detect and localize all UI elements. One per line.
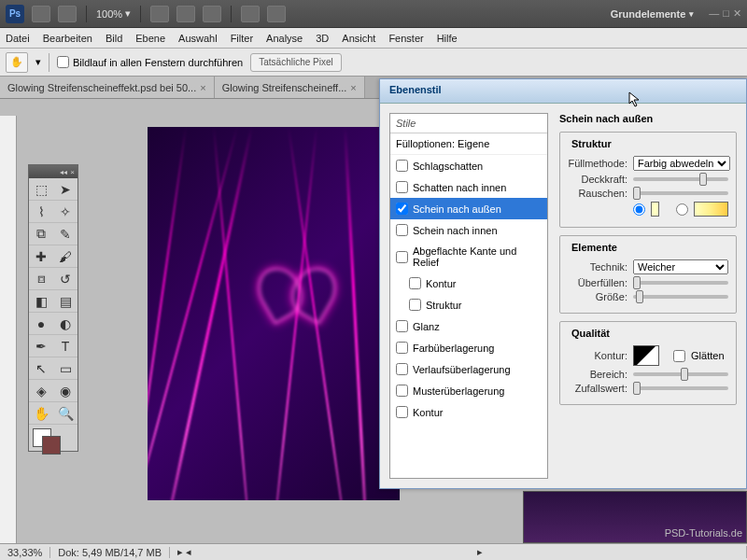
menu-datei[interactable]: Datei bbox=[6, 33, 30, 44]
menu-ebene[interactable]: Ebene bbox=[135, 33, 165, 44]
contour-picker[interactable] bbox=[633, 345, 659, 366]
style-checkbox[interactable] bbox=[396, 342, 408, 354]
style-item[interactable]: Farbüberlagerung bbox=[390, 337, 547, 358]
heal-tool-icon[interactable]: ✚ bbox=[29, 245, 53, 268]
screenmode-icon[interactable] bbox=[267, 6, 286, 22]
close-tab-icon[interactable]: × bbox=[200, 82, 205, 93]
style-checkbox[interactable] bbox=[396, 363, 408, 375]
gradient-tool-icon[interactable]: ▤ bbox=[53, 290, 78, 313]
style-checkbox[interactable] bbox=[409, 299, 421, 311]
status-doc-size[interactable]: Dok: 5,49 MB/14,7 MB bbox=[50, 547, 170, 558]
camera-tool-icon[interactable]: ◉ bbox=[53, 380, 78, 402]
close-icon[interactable]: ✕ bbox=[733, 7, 741, 20]
status-zoom[interactable]: 33,33% bbox=[0, 547, 50, 558]
workspace-switcher[interactable]: Grundelemente bbox=[611, 8, 695, 20]
style-checkbox[interactable] bbox=[396, 181, 408, 193]
style-item[interactable]: Schlagschatten bbox=[390, 155, 547, 176]
style-item[interactable]: Musterüberlagerung bbox=[390, 380, 547, 401]
menu-hilfe[interactable]: Hilfe bbox=[437, 33, 458, 44]
style-list[interactable]: Stile Fülloptionen: Eigene Schlagschatte… bbox=[389, 113, 548, 479]
close-tab-icon[interactable]: × bbox=[350, 82, 356, 93]
selection-tool-icon[interactable]: ➤ bbox=[53, 178, 78, 201]
brush-tool-icon[interactable]: 🖌 bbox=[53, 245, 78, 268]
glow-color-swatch[interactable] bbox=[651, 202, 659, 217]
style-checkbox[interactable] bbox=[396, 251, 408, 263]
minimize-icon[interactable]: — bbox=[709, 7, 719, 20]
range-slider[interactable] bbox=[633, 372, 728, 376]
style-checkbox[interactable] bbox=[396, 385, 408, 397]
anti-alias-checkbox[interactable] bbox=[673, 350, 685, 362]
eraser-tool-icon[interactable]: ◧ bbox=[29, 290, 53, 313]
blur-tool-icon[interactable]: ● bbox=[29, 313, 53, 335]
close-panel-icon[interactable]: × bbox=[70, 168, 75, 176]
style-item[interactable]: Kontur bbox=[390, 273, 547, 294]
size-slider[interactable] bbox=[633, 295, 728, 299]
layer-style-dialog[interactable]: Ebenenstil Stile Fülloptionen: Eigene Sc… bbox=[379, 78, 747, 489]
gradient-picker[interactable] bbox=[694, 202, 728, 217]
bridge-icon[interactable] bbox=[32, 6, 50, 22]
move-tool-icon[interactable]: ⬚ bbox=[29, 178, 53, 201]
style-checkbox[interactable] bbox=[396, 160, 408, 172]
jitter-slider[interactable] bbox=[633, 386, 728, 390]
menu-ansicht[interactable]: Ansicht bbox=[342, 33, 375, 44]
fill-options-item[interactable]: Fülloptionen: Eigene bbox=[390, 133, 547, 155]
stamp-tool-icon[interactable]: ⧈ bbox=[29, 268, 53, 290]
blend-mode-select[interactable]: Farbig abwedeln bbox=[633, 156, 730, 171]
opacity-slider[interactable] bbox=[633, 177, 728, 181]
history-brush-icon[interactable]: ↺ bbox=[53, 268, 78, 290]
menu-bild[interactable]: Bild bbox=[106, 33, 122, 44]
menu-filter[interactable]: Filter bbox=[231, 33, 253, 44]
document-tab[interactable]: Glowing Streifenscheineffekt.psd bei 50.… bbox=[0, 77, 215, 98]
document-tab[interactable]: Glowing Streifenscheineff...× bbox=[215, 77, 365, 98]
tools-panel[interactable]: ◂◂× ⬚ ➤ ⌇ ✧ ⧉ ✎ ✚ 🖌 ⧈ ↺ ◧ ▤ ● ◐ ✒ T ↖ ▭ … bbox=[28, 164, 78, 452]
zoom-icon[interactable] bbox=[176, 6, 195, 22]
hand-tool-icon[interactable]: ✋ bbox=[29, 402, 53, 425]
style-checkbox[interactable] bbox=[409, 277, 421, 289]
path-tool-icon[interactable]: ↖ bbox=[29, 357, 53, 380]
eyedropper-tool-icon[interactable]: ✎ bbox=[53, 223, 78, 245]
zoom-tool-icon[interactable]: 🔍 bbox=[53, 402, 78, 425]
shape-tool-icon[interactable]: ▭ bbox=[53, 357, 78, 380]
rotate-icon[interactable] bbox=[203, 6, 221, 22]
zoom-dropdown[interactable]: 100% ▾ bbox=[96, 7, 131, 20]
arrange-icon[interactable] bbox=[241, 6, 260, 22]
style-item[interactable]: Verlaufsüberlagerung bbox=[390, 358, 547, 380]
pen-tool-icon[interactable]: ✒ bbox=[29, 335, 53, 357]
technique-select[interactable]: Weicher bbox=[633, 259, 728, 274]
dialog-title[interactable]: Ebenenstil bbox=[380, 79, 746, 104]
menu-analyse[interactable]: Analyse bbox=[266, 33, 303, 44]
status-scroll[interactable]: ▸ ◂ ▸ bbox=[170, 546, 747, 558]
wand-tool-icon[interactable]: ✧ bbox=[53, 201, 78, 223]
actual-pixels-button[interactable]: Tatsächliche Pixel bbox=[250, 53, 341, 72]
style-item[interactable]: Glanz bbox=[390, 315, 547, 337]
style-checkbox[interactable] bbox=[396, 406, 408, 418]
hand-tool-icon[interactable]: ✋ bbox=[6, 52, 28, 73]
3d-tool-icon[interactable]: ◈ bbox=[29, 380, 53, 402]
background-swatch[interactable] bbox=[42, 436, 61, 455]
color-swatches[interactable] bbox=[29, 425, 78, 451]
dodge-tool-icon[interactable]: ◐ bbox=[53, 313, 78, 335]
hand-icon[interactable] bbox=[150, 6, 169, 22]
view-extras-icon[interactable] bbox=[58, 6, 77, 22]
scroll-all-checkbox[interactable]: Bildlauf in allen Fenstern durchführen bbox=[57, 56, 243, 68]
type-tool-icon[interactable]: T bbox=[53, 335, 78, 357]
canvas[interactable] bbox=[148, 127, 400, 500]
noise-slider[interactable] bbox=[633, 191, 728, 195]
maximize-icon[interactable]: □ bbox=[723, 7, 729, 20]
style-item[interactable]: Schein nach innen bbox=[390, 219, 547, 241]
menu-bearbeiten[interactable]: Bearbeiten bbox=[43, 33, 92, 44]
menu-fenster[interactable]: Fenster bbox=[388, 33, 423, 44]
style-checkbox[interactable] bbox=[396, 203, 408, 215]
style-item[interactable]: Schatten nach innen bbox=[390, 176, 547, 198]
collapse-icon[interactable]: ◂◂ bbox=[60, 168, 67, 176]
style-item[interactable]: Kontur bbox=[390, 401, 547, 423]
style-item[interactable]: Abgeflachte Kante und Relief bbox=[390, 241, 547, 273]
style-checkbox[interactable] bbox=[396, 320, 408, 332]
spread-slider[interactable] bbox=[633, 281, 728, 285]
style-item[interactable]: Struktur bbox=[390, 294, 547, 315]
style-item[interactable]: Schein nach außen bbox=[390, 198, 547, 219]
menu-3d[interactable]: 3D bbox=[316, 33, 329, 44]
style-checkbox[interactable] bbox=[396, 224, 408, 236]
menu-auswahl[interactable]: Auswahl bbox=[178, 33, 218, 44]
color-radio[interactable] bbox=[633, 203, 645, 216]
